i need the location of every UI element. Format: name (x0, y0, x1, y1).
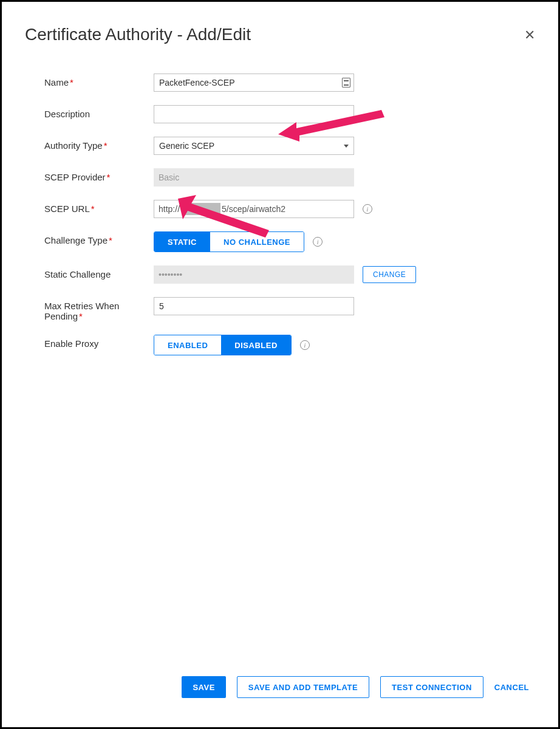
modal-footer: SAVE SAVE AND ADD TEMPLATE TEST CONNECTI… (2, 676, 558, 727)
name-input[interactable] (154, 74, 354, 92)
close-button[interactable]: ✕ (524, 29, 535, 42)
modal-title: Certificate Authority - Add/Edit (25, 25, 251, 44)
static-challenge-display: •••••••• (154, 265, 354, 284)
challenge-none-button[interactable]: NO CHALLENGE (210, 232, 304, 252)
authority-type-value: Generic SCEP (159, 141, 214, 151)
info-icon[interactable]: i (313, 237, 323, 247)
scep-provider-display: Basic (154, 168, 354, 187)
max-retries-input[interactable] (154, 297, 354, 315)
form-body: Name* Description Authority Type* Generi… (2, 44, 558, 676)
challenge-static-button[interactable]: STATIC (154, 232, 210, 252)
save-add-template-button[interactable]: SAVE AND ADD TEMPLATE (237, 676, 369, 698)
static-challenge-label: Static Challenge (44, 265, 154, 279)
enable-proxy-label: Enable Proxy (44, 335, 154, 349)
enable-proxy-toggle: ENABLED DISABLED (154, 335, 292, 355)
save-button[interactable]: SAVE (182, 676, 225, 698)
scep-url-redacted (183, 203, 220, 215)
challenge-type-toggle: STATIC NO CHALLENGE (154, 231, 304, 252)
scep-url-label: SCEP URL* (44, 200, 154, 214)
scep-provider-label: SCEP Provider* (44, 168, 154, 182)
authority-type-label: Authority Type* (44, 137, 154, 151)
info-icon[interactable]: i (300, 340, 310, 350)
description-label: Description (44, 105, 154, 119)
description-input[interactable] (154, 105, 354, 123)
proxy-enabled-button[interactable]: ENABLED (154, 335, 221, 355)
name-label: Name* (44, 74, 154, 87)
challenge-type-label: Challenge Type* (44, 231, 154, 245)
test-connection-button[interactable]: TEST CONNECTION (380, 676, 483, 698)
info-icon[interactable]: i (363, 204, 372, 214)
proxy-disabled-button[interactable]: DISABLED (221, 335, 290, 355)
max-retries-label: Max Retries When Pending* (44, 297, 154, 321)
change-button[interactable]: CHANGE (363, 266, 416, 283)
authority-type-select[interactable]: Generic SCEP (154, 137, 354, 155)
cancel-button[interactable]: CANCEL (494, 683, 529, 692)
